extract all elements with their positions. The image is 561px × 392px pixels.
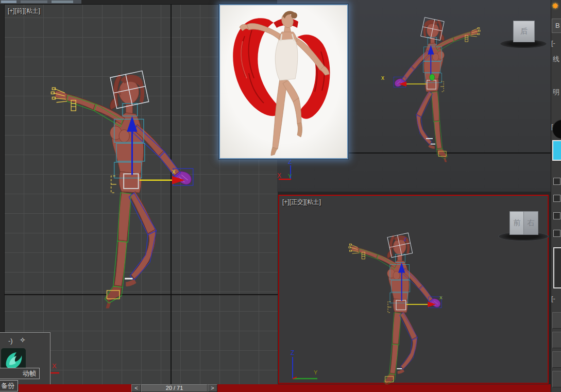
panel-button-1[interactable] [552, 312, 561, 329]
viewport-ortho-label[interactable]: [+][正交][粘土] [282, 198, 321, 207]
gizmo-z-label: Z [404, 237, 407, 242]
prev-frame-label: < [134, 385, 138, 391]
axis-x-label: X [277, 172, 281, 179]
prev-frame-button[interactable]: < [131, 384, 141, 392]
fragment-segment [1, 1, 16, 3]
axis-tripod-persp: Z X Y [277, 157, 310, 187]
panel-button-3[interactable] [552, 351, 561, 368]
viewport-ortho-active[interactable]: [+][正交][粘土] X Z 前 右 Z Y [278, 195, 549, 384]
reference-image-window[interactable] [219, 4, 348, 159]
axis-z-label: Z [291, 349, 294, 356]
label-line: 线 [553, 55, 559, 64]
current-frame-label: 20 / 71 [166, 385, 183, 391]
viewcube-ortho[interactable]: 前 右 [498, 210, 552, 242]
checkbox-1[interactable] [553, 178, 560, 185]
time-slider[interactable]: 20 / 71 [141, 384, 208, 392]
axis-y-label: Y [314, 369, 318, 376]
panel-button-4[interactable] [552, 371, 561, 387]
gizmo-x-label: x [381, 74, 384, 81]
viewcube-face-front[interactable]: 前 [509, 211, 524, 235]
auto-frame-button[interactable]: 动帧 [0, 368, 40, 379]
viewcube-face-label: 后 [520, 27, 528, 36]
checkbox-3[interactable] [553, 212, 560, 219]
rollout-header-1[interactable]: [- [551, 39, 555, 47]
viewcube-face-label: 右 [528, 218, 535, 228]
axis-y-label: Y [288, 173, 292, 179]
axis-x-label: X [52, 362, 57, 370]
panel-header-fragment: -) [8, 337, 13, 345]
character-model-ortho[interactable]: X Z [343, 231, 446, 389]
character-model-back[interactable] [389, 15, 487, 163]
next-frame-label: > [211, 385, 214, 391]
fragment-segment [52, 1, 73, 3]
backup-button[interactable]: 备份 [0, 380, 18, 391]
checkbox-2[interactable] [553, 195, 560, 202]
starburst-icon[interactable]: ✸ [552, 1, 558, 11]
top-window-fragment [0, 0, 81, 4]
track-bar[interactable] [19, 384, 561, 392]
axis-tripod-ortho: Z Y [285, 348, 332, 382]
fragment-segment [21, 1, 47, 3]
character-model-front[interactable]: x [42, 67, 199, 310]
gizmo-x-label: X [439, 296, 443, 301]
viewcube-face-label: 前 [514, 218, 521, 228]
label-bright: 明 [553, 88, 559, 97]
auto-frame-label: 动帧 [23, 369, 36, 378]
viewport-front-label[interactable]: [+][前][粘土] [8, 7, 40, 15]
dancer-reference-photo [220, 5, 347, 158]
viewcube-face-back[interactable]: 后 [513, 21, 535, 42]
3d-application-window: [+][前][粘土] x X x 后 [0, 0, 561, 392]
backup-label: 备份 [1, 381, 14, 390]
color-swatch-cyan[interactable] [552, 140, 561, 161]
viewcube-face-right[interactable]: 右 [523, 211, 538, 235]
sparkle-icon: ✧ [20, 336, 26, 344]
b-button[interactable]: B [552, 19, 561, 33]
gizmo-x-label: x [172, 167, 176, 175]
next-frame-button[interactable]: > [208, 384, 217, 392]
viewcube-back[interactable]: 后 [499, 20, 550, 49]
preview-box[interactable] [553, 247, 561, 288]
checkbox-4[interactable] [553, 230, 560, 237]
panel-button-2[interactable] [552, 332, 561, 348]
ik-dash-marker [426, 138, 433, 139]
rollout-header-3[interactable]: [- [551, 295, 555, 302]
b-button-label: B [555, 22, 560, 29]
pelvis-marker [430, 74, 435, 80]
